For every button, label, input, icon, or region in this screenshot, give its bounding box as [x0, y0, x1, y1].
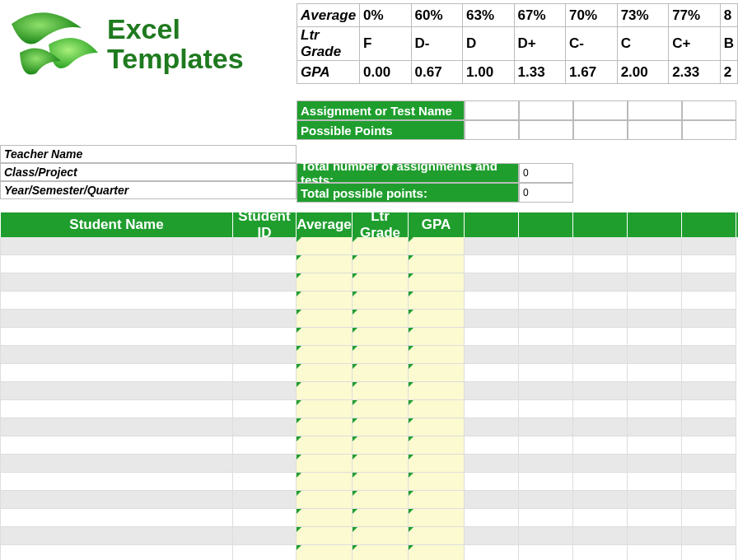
score-cell[interactable] — [573, 255, 628, 273]
scale-cell[interactable]: 0.00 — [360, 61, 411, 84]
student-id-cell[interactable] — [233, 255, 297, 273]
assignment-name-cell[interactable] — [519, 100, 573, 120]
score-cell[interactable] — [682, 418, 736, 436]
score-cell[interactable] — [465, 436, 519, 455]
scale-cell[interactable]: 63% — [463, 4, 515, 27]
score-cell[interactable] — [682, 292, 736, 310]
score-cell[interactable] — [465, 545, 519, 560]
score-cell[interactable] — [465, 237, 519, 255]
student-id-cell[interactable] — [233, 509, 297, 527]
assignment-name-cell[interactable] — [573, 100, 628, 120]
scale-cell[interactable]: B — [720, 27, 737, 61]
score-cell[interactable] — [573, 273, 628, 292]
student-id-cell[interactable] — [233, 273, 297, 292]
score-cell[interactable] — [465, 527, 519, 545]
score-cell[interactable] — [682, 346, 736, 364]
score-cell[interactable] — [628, 237, 682, 255]
score-cell[interactable] — [628, 527, 682, 545]
scale-cell[interactable]: 2.33 — [669, 61, 721, 84]
student-name-cell[interactable] — [0, 473, 233, 491]
score-cell[interactable] — [628, 455, 682, 473]
score-cell[interactable] — [682, 545, 736, 560]
scale-cell[interactable]: C- — [566, 27, 618, 61]
score-cell[interactable] — [573, 455, 628, 473]
student-name-cell[interactable] — [0, 310, 233, 328]
score-cell[interactable] — [573, 473, 628, 491]
scale-cell[interactable]: 0.67 — [411, 61, 463, 84]
student-id-cell[interactable] — [233, 418, 297, 436]
score-cell[interactable] — [628, 491, 682, 509]
student-id-cell[interactable] — [233, 400, 297, 418]
student-id-cell[interactable] — [233, 527, 297, 545]
student-id-cell[interactable] — [233, 364, 297, 382]
score-cell[interactable] — [682, 382, 736, 400]
year-semester-row[interactable]: Year/Semester/Quarter — [0, 181, 297, 199]
possible-points-cell[interactable] — [682, 120, 736, 140]
score-cell[interactable] — [573, 237, 628, 255]
possible-points-cell[interactable] — [465, 120, 519, 140]
assignment-name-cell[interactable] — [465, 100, 519, 120]
student-name-cell[interactable] — [0, 273, 233, 292]
score-cell[interactable] — [573, 382, 628, 400]
score-cell[interactable] — [573, 491, 628, 509]
possible-points-cell[interactable] — [519, 120, 573, 140]
score-cell[interactable] — [628, 292, 682, 310]
possible-points-cell[interactable] — [628, 120, 682, 140]
score-cell[interactable] — [682, 527, 736, 545]
score-cell[interactable] — [628, 473, 682, 491]
student-name-cell[interactable] — [0, 346, 233, 364]
score-cell[interactable] — [682, 310, 736, 328]
score-cell[interactable] — [519, 436, 573, 455]
student-name-cell[interactable] — [0, 436, 233, 455]
scale-cell[interactable]: 2.00 — [617, 61, 669, 84]
score-cell[interactable] — [519, 418, 573, 436]
student-id-cell[interactable] — [233, 545, 297, 560]
student-name-cell[interactable] — [0, 418, 233, 436]
score-cell[interactable] — [519, 310, 573, 328]
student-name-cell[interactable] — [0, 527, 233, 545]
score-cell[interactable] — [682, 509, 736, 527]
score-cell[interactable] — [573, 545, 628, 560]
score-cell[interactable] — [682, 237, 736, 255]
scale-cell[interactable]: 1.00 — [463, 61, 515, 84]
score-cell[interactable] — [628, 346, 682, 364]
score-cell[interactable] — [682, 436, 736, 455]
student-id-cell[interactable] — [233, 491, 297, 509]
student-id-cell[interactable] — [233, 292, 297, 310]
student-id-cell[interactable] — [233, 382, 297, 400]
score-cell[interactable] — [519, 292, 573, 310]
student-name-cell[interactable] — [0, 292, 233, 310]
score-cell[interactable] — [519, 455, 573, 473]
score-cell[interactable] — [628, 436, 682, 455]
score-cell[interactable] — [465, 491, 519, 509]
score-cell[interactable] — [519, 364, 573, 382]
score-cell[interactable] — [682, 364, 736, 382]
scale-cell[interactable]: D+ — [514, 27, 566, 61]
score-cell[interactable] — [465, 382, 519, 400]
score-cell[interactable] — [465, 255, 519, 273]
score-cell[interactable] — [519, 346, 573, 364]
student-name-cell[interactable] — [0, 255, 233, 273]
student-id-cell[interactable] — [233, 455, 297, 473]
score-cell[interactable] — [519, 255, 573, 273]
score-cell[interactable] — [519, 382, 573, 400]
student-name-cell[interactable] — [0, 237, 233, 255]
score-cell[interactable] — [682, 491, 736, 509]
score-cell[interactable] — [682, 400, 736, 418]
score-cell[interactable] — [573, 292, 628, 310]
possible-points-cell[interactable] — [573, 120, 628, 140]
scale-cell[interactable]: F — [360, 27, 411, 61]
score-cell[interactable] — [465, 509, 519, 527]
score-cell[interactable] — [573, 509, 628, 527]
score-cell[interactable] — [465, 418, 519, 436]
scale-cell[interactable]: D- — [411, 27, 463, 61]
score-cell[interactable] — [465, 346, 519, 364]
score-cell[interactable] — [519, 545, 573, 560]
score-cell[interactable] — [628, 545, 682, 560]
score-cell[interactable] — [465, 400, 519, 418]
score-cell[interactable] — [682, 473, 736, 491]
scale-cell[interactable]: C — [617, 27, 669, 61]
assignment-name-cell[interactable] — [628, 100, 682, 120]
score-cell[interactable] — [465, 473, 519, 491]
score-cell[interactable] — [628, 255, 682, 273]
